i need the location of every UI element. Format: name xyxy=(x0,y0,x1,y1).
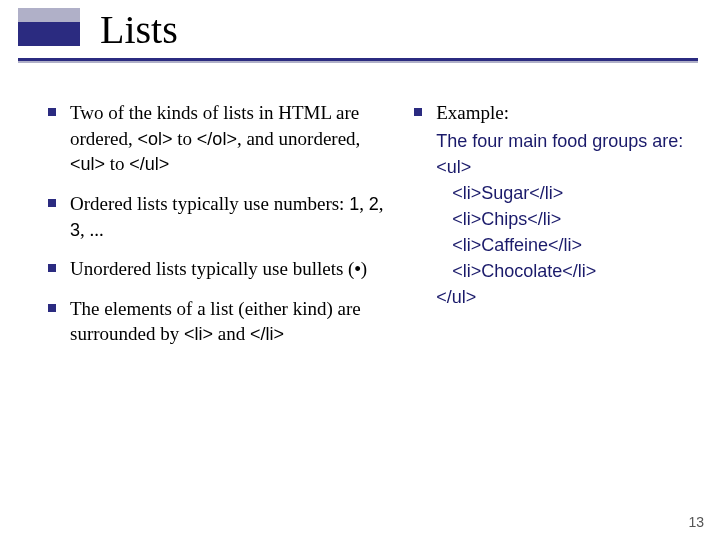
code-run: </ul> xyxy=(129,154,169,174)
slide-body: Two of the kinds of lists in HTML are or… xyxy=(0,72,720,361)
code-run: 2 xyxy=(369,194,379,214)
text-run: ) xyxy=(361,258,367,279)
list-item: Unordered lists typically use bullets (•… xyxy=(48,256,390,282)
list-item: Two of the kinds of lists in HTML are or… xyxy=(48,100,390,177)
code-line: </ul> xyxy=(436,284,683,310)
decor-bar-light xyxy=(18,8,80,22)
list-item: Ordered lists typically use numbers: 1, … xyxy=(48,191,390,242)
title-underline xyxy=(18,58,698,61)
text-run: , xyxy=(359,193,369,214)
example-code: The four main food groups are: <ul> <li>… xyxy=(436,128,683,311)
code-line: <li>Caffeine</li> xyxy=(436,232,683,258)
code-run: <ol> xyxy=(138,129,173,149)
bullet-icon xyxy=(48,199,56,207)
page-number: 13 xyxy=(688,514,704,530)
bullet-icon xyxy=(48,304,56,312)
text-run: Ordered lists typically use numbers: xyxy=(70,193,349,214)
bullet-text: Ordered lists typically use numbers: 1, … xyxy=(70,191,390,242)
list-item: The elements of a list (either kind) are… xyxy=(48,296,390,347)
text-run: , and unordered, xyxy=(237,128,360,149)
text-run: , ... xyxy=(80,219,104,240)
text-run: , xyxy=(379,193,384,214)
bullet-icon xyxy=(48,264,56,272)
code-run: <ul> xyxy=(70,154,105,174)
left-column: Two of the kinds of lists in HTML are or… xyxy=(48,100,390,361)
code-line: <li>Chips</li> xyxy=(436,206,683,232)
bullet-text: Two of the kinds of lists in HTML are or… xyxy=(70,100,390,177)
code-line: <li>Chocolate</li> xyxy=(436,258,683,284)
decor-bar-dark xyxy=(18,22,80,46)
code-run: <li> xyxy=(184,324,213,344)
slide-title: Lists xyxy=(100,6,178,53)
code-run: 1 xyxy=(349,194,359,214)
bullet-text: The elements of a list (either kind) are… xyxy=(70,296,390,347)
text-run: Unordered lists typically use bullets ( xyxy=(70,258,354,279)
slide: Lists Two of the kinds of lists in HTML … xyxy=(0,0,720,540)
bullet-icon xyxy=(414,108,422,116)
example-label: Example: xyxy=(436,100,683,126)
bullet-text: Unordered lists typically use bullets (•… xyxy=(70,256,367,282)
example-wrap: Example: The four main food groups are: … xyxy=(436,100,683,310)
text-run: to xyxy=(173,128,197,149)
text-run: to xyxy=(105,153,129,174)
title-bar: Lists xyxy=(0,0,720,72)
code-run: </ol> xyxy=(197,129,237,149)
bullet-icon xyxy=(48,108,56,116)
right-column: Example: The four main food groups are: … xyxy=(414,100,688,361)
code-run: 3 xyxy=(70,220,80,240)
code-run: </li> xyxy=(250,324,284,344)
code-line: <ul> xyxy=(436,154,683,180)
code-line: <li>Sugar</li> xyxy=(436,180,683,206)
code-line: The four main food groups are: xyxy=(436,128,683,154)
list-item: Example: The four main food groups are: … xyxy=(414,100,688,310)
text-run: and xyxy=(213,323,250,344)
